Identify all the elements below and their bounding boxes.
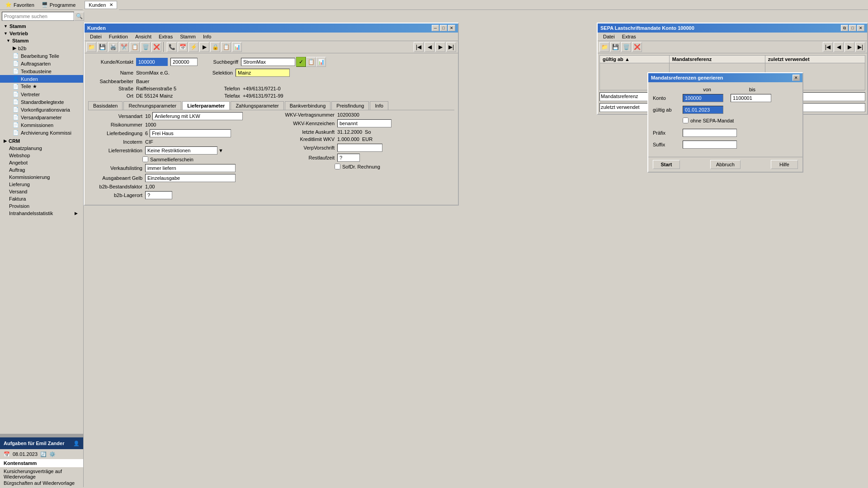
abbruch-button[interactable]: Abbruch (710, 160, 741, 169)
sepa-menu-extras[interactable]: Extras (618, 33, 640, 40)
verpvorschrift-input[interactable] (337, 144, 382, 152)
sidebar-item-kommissionierung[interactable]: Kommissionierung (0, 174, 83, 181)
tb-arrow[interactable]: ⚡ (189, 42, 198, 52)
tb-cut[interactable]: ✂️ (119, 42, 129, 52)
sidebar-item-vertreter[interactable]: 📄 Vertreter (0, 90, 83, 98)
tab-rechnungsparameter[interactable]: Rechnungsparameter (123, 101, 181, 110)
tb-play[interactable]: ▶ (199, 42, 209, 52)
hilfe-button[interactable]: Hilfe (771, 160, 798, 169)
suchbegriff-input[interactable] (241, 58, 295, 66)
sidebar-item-faktura[interactable]: Faktura (0, 195, 83, 202)
praefix-input[interactable] (683, 129, 737, 137)
nav-first[interactable]: |◀ (414, 42, 424, 52)
sepa-close-btn[interactable]: ✕ (857, 25, 864, 31)
sidebar-item-kommissionen[interactable]: 📄 Kommissionen (0, 121, 83, 129)
menu-datei[interactable]: Datei (86, 33, 105, 40)
sepa-nav-last[interactable]: ▶| (855, 42, 865, 52)
tb-print[interactable]: 🖨️ (108, 42, 118, 52)
kunden-tab-close[interactable]: ✕ (109, 2, 113, 7)
tb-open[interactable]: 📁 (86, 42, 96, 52)
konto-von-input[interactable] (683, 94, 723, 102)
verkaufslisting-input[interactable] (145, 164, 236, 172)
suchbegriff-btn3[interactable]: 📊 (316, 57, 326, 67)
sidebar-item-vorkonfiguration[interactable]: 📄 Vorkonfigurationsvaria (0, 106, 83, 113)
tb-phone[interactable]: 📞 (167, 42, 177, 52)
sidebar-group-crm[interactable]: ▶ CRM (0, 137, 83, 145)
tab-info[interactable]: Info (370, 101, 388, 110)
kunden-tab[interactable]: Kunden ✕ (85, 1, 117, 9)
programme-menu[interactable]: 🖥️ Programme (38, 1, 79, 9)
sidebar-item-versandparameter[interactable]: 📄 Versandparameter (0, 113, 83, 121)
tb-delete[interactable]: 🗑️ (141, 42, 151, 52)
tb-doc[interactable]: 📋 (221, 42, 231, 52)
sepa-tb-open[interactable]: 📁 (599, 42, 609, 52)
b2b-lagerort-input[interactable] (145, 191, 172, 199)
tb-calendar[interactable]: 📅 (178, 42, 188, 52)
sidebar-item-textbausteine[interactable]: 📄 Textbausteine (0, 67, 83, 75)
restlaufzeit-input[interactable] (337, 154, 360, 162)
customer-maximize-btn[interactable]: □ (440, 25, 447, 31)
sidebar-item-lieferung[interactable]: Lieferung (0, 181, 83, 188)
sidebar-item-absatzplanung[interactable]: Absatzplanung (0, 145, 83, 152)
tb-lock[interactable]: 🔒 (210, 42, 220, 52)
selektion-input[interactable] (236, 69, 290, 77)
konto-bis-input[interactable] (731, 94, 771, 102)
ohne-sepa-check-label[interactable]: ohne SEPA-Mandat (683, 117, 734, 123)
sepa-tb-cancel[interactable]: ❌ (632, 42, 642, 52)
wkv-kennzeichen-input[interactable] (337, 119, 392, 127)
customer-close-btn[interactable]: ✕ (448, 25, 455, 31)
suchbegriff-btn2[interactable]: 📋 (306, 57, 316, 67)
sidebar-subgroup-stamm[interactable]: ▼ Stamm (0, 37, 83, 44)
sidebar-item-auftragsarten[interactable]: 📄 Auftragsarten (0, 60, 83, 67)
start-button[interactable]: Start (653, 160, 680, 169)
bottom-item-burgschaft[interactable]: Bürgschaften auf Wiedervorlage (4, 480, 80, 486)
menu-info[interactable]: Info (199, 33, 215, 40)
sepa-col-gueltigab[interactable]: gültig ab ▲ (600, 56, 670, 63)
sidebar-item-bearbeitung-teile[interactable]: 📄 Bearbeitung Teile (0, 52, 83, 60)
sidebar-group-stamm[interactable]: ▼ Stamm (0, 23, 83, 30)
sepa-menu-datei[interactable]: Datei (599, 33, 618, 40)
search-input[interactable] (2, 12, 74, 21)
sepa-tb-save[interactable]: 💾 (610, 42, 620, 52)
search-button[interactable]: 🔍 (74, 12, 84, 21)
sidebar-item-auftrag[interactable]: Auftrag (0, 166, 83, 174)
lieferrestriktion-input[interactable] (145, 146, 217, 155)
tab-bankverbindung[interactable]: Bankverbindung (285, 101, 331, 110)
sepa-nav-first[interactable]: |◀ (823, 42, 833, 52)
sidebar-item-intrahandel[interactable]: Intrahandelsstatistik ▶ (0, 210, 83, 217)
sidebar-item-angebot[interactable]: Angebot (0, 159, 83, 166)
tab-lieferparameter[interactable]: Lieferparameter (182, 101, 230, 110)
sepa-nav-prev[interactable]: ◀ (834, 42, 844, 52)
settings-icon[interactable]: ⚙️ (49, 451, 56, 457)
versandart-input[interactable] (152, 112, 243, 120)
favoriten-menu[interactable]: ⭐ Favoriten (2, 1, 38, 9)
tb-save[interactable]: 💾 (97, 42, 107, 52)
nav-prev[interactable]: ◀ (425, 42, 434, 52)
tb-cancel[interactable]: ❌ (151, 42, 161, 52)
nav-next[interactable]: ▶ (435, 42, 445, 52)
sidebar-group-vertrieb[interactable]: ▼ Vertrieb (0, 30, 83, 37)
kunde-input2[interactable] (170, 58, 198, 66)
suchbegriff-check[interactable]: ✓ (296, 57, 306, 67)
sidebar-item-versand[interactable]: Versand (0, 188, 83, 195)
ohne-sepa-checkbox[interactable] (683, 117, 689, 123)
sammellieferschein-checkbox[interactable] (142, 156, 148, 162)
menu-ansicht[interactable]: Ansicht (132, 33, 155, 40)
nav-last[interactable]: ▶| (446, 42, 456, 52)
refresh-icon[interactable]: 🔄 (40, 451, 47, 457)
sepa-col-mandatsreferenz[interactable]: Mandatsreferenz (669, 56, 765, 63)
sepa-nav-next[interactable]: ▶ (844, 42, 854, 52)
customer-minimize-btn[interactable]: ─ (432, 25, 439, 31)
sidebar-item-b2b[interactable]: ▶ b2b (0, 44, 83, 52)
sepa-maximize-btn[interactable]: □ (849, 25, 856, 31)
sepa-restore-btn[interactable]: ⧉ (841, 25, 848, 31)
sofdr-checkbox[interactable] (335, 164, 340, 169)
tab-zahlungsparameter[interactable]: Zahlungsparameter (231, 101, 283, 110)
sidebar-item-webshop[interactable]: Webshop (0, 152, 83, 159)
tb-chart[interactable]: 📊 (232, 42, 242, 52)
tab-preisfindung[interactable]: Preisfindung (331, 101, 369, 110)
sepa-tb-delete[interactable]: 🗑️ (621, 42, 631, 52)
lieferbedingung-input[interactable] (150, 129, 231, 137)
tab-basisdaten[interactable]: Basisdaten (88, 101, 123, 110)
sidebar-item-provision[interactable]: Provision (0, 202, 83, 210)
